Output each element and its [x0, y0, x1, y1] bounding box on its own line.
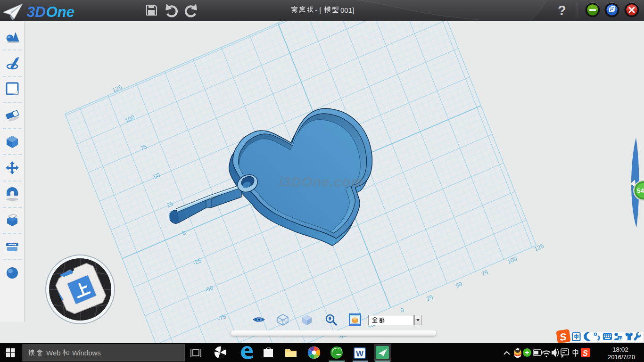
svg-text:Windows: Windows: [72, 349, 101, 357]
svg-text:S: S: [583, 349, 588, 357]
svg-text:Web: Web: [46, 349, 61, 357]
svg-text:2016/7/20: 2016/7/20: [608, 354, 635, 361]
svg-text:11: 11: [619, 337, 623, 341]
svg-text:W: W: [356, 349, 364, 358]
svg-text:18:02: 18:02: [612, 346, 628, 353]
